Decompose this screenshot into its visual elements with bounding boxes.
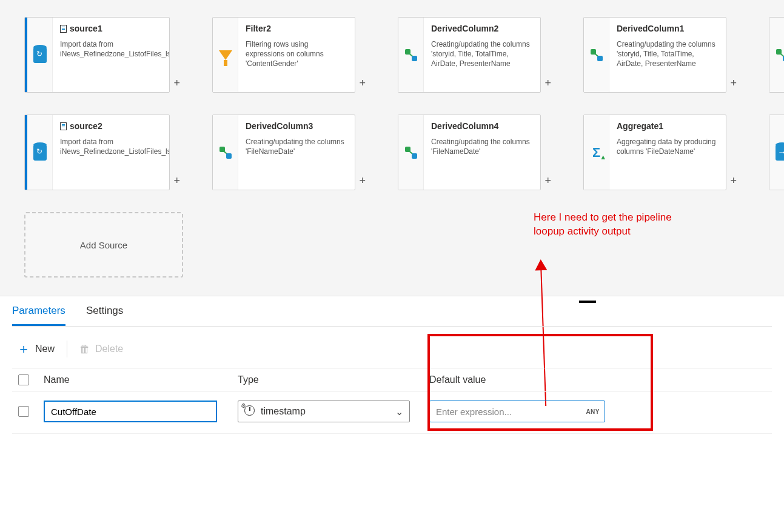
add-branch-icon[interactable]: + bbox=[359, 77, 366, 90]
node-desc: Aggregating data by producing columns 'F… bbox=[617, 137, 719, 156]
node-filter2[interactable]: Filter2 Filtering rows using expressions… bbox=[212, 17, 355, 93]
node-derivedcolumn3[interactable]: DerivedColumn3 Creating/updating the col… bbox=[212, 115, 355, 190]
parameters-toolbar: ＋ New 🗑 Delete bbox=[12, 327, 772, 368]
derive-icon bbox=[405, 49, 417, 61]
funnel-icon bbox=[219, 50, 232, 60]
add-branch-icon[interactable]: + bbox=[173, 77, 180, 90]
node-title: DerivedColumn2 bbox=[431, 24, 533, 33]
database-icon bbox=[33, 47, 47, 63]
node-desc: Creating/updating the columns 'FileNameD… bbox=[246, 137, 347, 156]
plus-icon: ＋ bbox=[17, 340, 30, 358]
node-title: DerivedColumn1 bbox=[617, 24, 719, 33]
toolbar-separator bbox=[67, 341, 67, 357]
annotation-text: Here I need to get the pipeline loopup a… bbox=[534, 211, 673, 239]
tab-parameters[interactable]: Parameters bbox=[12, 305, 65, 326]
add-branch-icon[interactable]: + bbox=[359, 175, 366, 187]
derive-icon bbox=[219, 147, 232, 159]
node-title: source2 bbox=[70, 121, 102, 131]
node-derivedcolumn1[interactable]: DerivedColumn1 Creating/updating the col… bbox=[583, 17, 726, 93]
row-checkbox[interactable] bbox=[18, 406, 29, 417]
dataflow-canvas[interactable]: source1 Import data from iNews_Refinedzo… bbox=[0, 0, 784, 296]
document-icon bbox=[60, 25, 67, 33]
node-derivedcolumn2[interactable]: DerivedColumn2 Creating/updating the col… bbox=[398, 17, 541, 93]
add-branch-icon[interactable]: + bbox=[730, 77, 737, 90]
database-icon bbox=[33, 145, 47, 161]
node-title: DerivedColumn3 bbox=[246, 121, 347, 131]
node-title: Filter2 bbox=[246, 24, 347, 33]
node-title: Aggregate1 bbox=[617, 121, 719, 131]
sigma-icon: Σ bbox=[592, 145, 600, 161]
delete-parameter-button[interactable]: 🗑 Delete bbox=[79, 343, 123, 356]
trash-icon: 🗑 bbox=[79, 343, 90, 356]
tab-settings[interactable]: Settings bbox=[86, 305, 123, 326]
chevron-down-icon: ⌄ bbox=[395, 406, 403, 417]
add-branch-icon[interactable]: + bbox=[544, 175, 551, 187]
node-desc: Creating/updating the columns 'storyid, … bbox=[431, 39, 533, 69]
column-header-type: Type bbox=[238, 374, 429, 385]
node-desc: Import data from iNews_Refinedzone_Listo… bbox=[60, 137, 162, 156]
node-desc: Import data from iNews_Refinedzone_Listo… bbox=[60, 39, 162, 59]
add-source-label: Add Source bbox=[80, 240, 127, 250]
node-desc: Creating/updating the columns 'storyid, … bbox=[617, 39, 719, 69]
node-desc: Filtering rows using expressions on colu… bbox=[246, 39, 347, 69]
new-parameter-button[interactable]: ＋ New bbox=[17, 340, 55, 358]
node-title: DerivedColumn4 bbox=[431, 121, 533, 131]
select-all-checkbox[interactable] bbox=[18, 374, 29, 385]
column-header-name: Name bbox=[44, 374, 238, 385]
add-branch-icon[interactable]: + bbox=[730, 175, 737, 187]
parameter-row: timestamp ⌄ Enter expression... ANY bbox=[12, 392, 772, 434]
parameter-type-select[interactable]: timestamp ⌄ bbox=[238, 401, 410, 422]
node-sink2[interactable]: sink2 Write order: 1 Export data to ca bbox=[769, 115, 784, 190]
panel-tabs: Parameters Settings bbox=[12, 296, 772, 327]
delete-label: Delete bbox=[95, 344, 123, 354]
document-icon bbox=[60, 122, 67, 130]
node-derivedcolumn4[interactable]: DerivedColumn4 Creating/updating the col… bbox=[398, 115, 541, 190]
node-source1[interactable]: source1 Import data from iNews_Refinedzo… bbox=[24, 17, 170, 93]
node-source2[interactable]: source2 Import data from iNews_Refinedzo… bbox=[24, 115, 170, 190]
add-branch-icon[interactable]: + bbox=[173, 175, 180, 187]
parameter-name-input[interactable] bbox=[44, 401, 217, 422]
node-epochdatecon[interactable]: epochdatecon Creating/updating the colum… bbox=[769, 17, 784, 93]
flow-row-1: source1 Import data from iNews_Refinedzo… bbox=[24, 17, 784, 93]
node-title: source1 bbox=[70, 24, 102, 33]
type-value: timestamp bbox=[261, 406, 306, 417]
parameters-header-row: Name Type Default value bbox=[12, 368, 772, 392]
add-source-button[interactable]: Add Source bbox=[24, 212, 183, 278]
sink-icon bbox=[776, 145, 785, 161]
node-aggregate1[interactable]: Σ Aggregate1 Aggregating data by produci… bbox=[583, 115, 726, 190]
derive-icon bbox=[776, 49, 785, 61]
flow-row-2: source2 Import data from iNews_Refinedzo… bbox=[24, 115, 784, 190]
add-branch-icon[interactable]: + bbox=[544, 77, 551, 90]
derive-icon bbox=[591, 49, 603, 61]
properties-panel: Parameters Settings ＋ New 🗑 Delete Name … bbox=[0, 296, 784, 458]
new-label: New bbox=[35, 344, 55, 354]
annotation-highlight-box bbox=[427, 334, 653, 431]
node-desc: Creating/updating the columns 'FileNameD… bbox=[431, 137, 533, 156]
timestamp-icon bbox=[244, 405, 255, 416]
derive-icon bbox=[405, 147, 417, 159]
